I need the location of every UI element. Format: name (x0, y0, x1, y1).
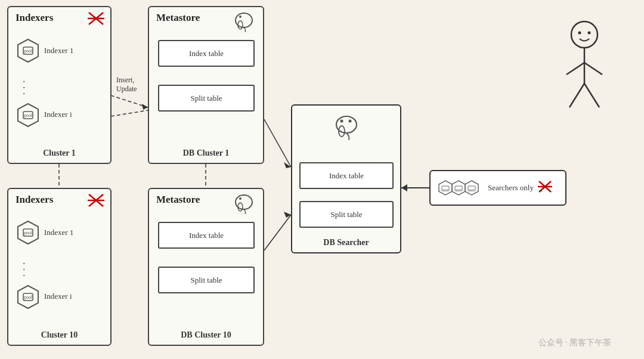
svg-point-44 (348, 120, 351, 123)
svg-line-27 (96, 194, 103, 200)
cluster1-dots3: · (23, 88, 26, 100)
db1-box: Metastore Index table Insert,Update Spli… (148, 6, 264, 164)
svg-line-2 (111, 95, 148, 107)
svg-text:pool: pool (24, 230, 33, 236)
cluster10-title: Indexers (16, 194, 53, 206)
cluster10-scatter-icon (86, 192, 106, 211)
cluster10-dots3: · (23, 270, 26, 282)
svg-line-55 (545, 181, 551, 187)
searchers-icons: pool pool pool (436, 180, 481, 196)
cluster1-indexers-box: Indexers pool Indexer 1 · · · (7, 6, 112, 164)
db10-label: DB Cluster 10 (149, 330, 263, 340)
cluster1-indexer1-icon: pool (16, 38, 41, 66)
stickman (558, 18, 611, 116)
db1-label: DB Cluster 1 (149, 148, 263, 158)
cluster10-indexer1-label: Indexer 1 (44, 228, 73, 237)
searchers-scatter-icon (537, 180, 553, 196)
cluster1-scatter-icon (86, 10, 106, 29)
db10-box: Metastore Index table Split table DB Clu… (148, 188, 264, 346)
svg-line-58 (539, 187, 545, 192)
svg-line-3 (111, 110, 148, 116)
svg-line-54 (539, 181, 545, 187)
svg-line-64 (566, 63, 584, 75)
svg-text:pool: pool (24, 295, 33, 300)
svg-text:pool: pool (469, 188, 475, 191)
svg-marker-6 (284, 162, 291, 168)
svg-point-61 (578, 32, 581, 35)
db10-split-table: Split table (158, 267, 255, 293)
svg-line-15 (89, 18, 96, 24)
cluster1-indexeri-icon: pool (16, 103, 41, 130)
cluster10-label: Cluster 10 (8, 330, 110, 340)
searchers-only-label: Searchers only (488, 183, 534, 193)
cluster10-indexer1-icon: pool (16, 220, 41, 247)
svg-marker-8 (284, 212, 291, 218)
svg-point-24 (238, 21, 243, 29)
svg-line-30 (89, 200, 96, 206)
svg-line-16 (96, 18, 103, 24)
db10-elephant-icon (232, 190, 256, 216)
diagram: Indexers pool Indexer 1 · · · (0, 0, 644, 359)
svg-line-59 (545, 187, 551, 192)
svg-point-62 (588, 32, 591, 35)
svg-line-65 (584, 63, 602, 75)
svg-text:pool: pool (24, 48, 33, 54)
cluster10-indexeri-label: Indexer i (44, 292, 72, 301)
svg-text:pool: pool (24, 113, 33, 118)
db-searcher-elephant-icon (332, 112, 361, 143)
svg-point-40 (239, 197, 242, 200)
db10-index-table: Index table (158, 222, 255, 249)
db1-insert-update-label: Insert,Update (116, 76, 137, 94)
svg-line-7 (264, 215, 291, 250)
db1-split-table: Split table (158, 85, 255, 112)
svg-marker-10 (401, 184, 407, 191)
db-searcher-box: Index table Split table DB Searcher (291, 104, 401, 253)
cluster10-indexers-box: Indexers pool Indexer 1 · · · (7, 188, 112, 346)
cluster10-indexeri-icon: pool (16, 284, 41, 312)
db-searcher-label: DB Searcher (292, 238, 400, 247)
svg-line-11 (89, 13, 96, 18)
svg-line-66 (569, 83, 584, 107)
svg-point-39 (238, 203, 243, 211)
watermark: 公众号 · 黑客下午茶 (538, 338, 612, 348)
svg-point-43 (340, 120, 343, 123)
watermark-text: 公众号 · 黑客下午茶 (538, 338, 612, 347)
db1-title: Metastore (156, 12, 200, 24)
cluster1-label: Cluster 1 (8, 148, 110, 158)
searchers-only-box: pool pool pool Searchers only (429, 170, 566, 206)
svg-text:pool: pool (456, 188, 462, 191)
svg-line-31 (96, 200, 103, 206)
svg-point-25 (239, 16, 242, 18)
svg-point-60 (571, 21, 597, 48)
svg-line-26 (89, 194, 96, 200)
searcher-index-table: Index table (299, 162, 394, 189)
cluster1-indexer1-label: Indexer 1 (44, 46, 73, 55)
db1-index-table: Index table (158, 40, 255, 67)
svg-point-41 (336, 116, 357, 133)
db10-title: Metastore (156, 194, 200, 206)
db1-elephant-icon (232, 8, 256, 35)
cluster1-indexeri-label: Indexer i (44, 110, 72, 119)
svg-text:pool: pool (443, 188, 449, 191)
svg-line-67 (584, 83, 599, 107)
svg-line-5 (264, 119, 291, 167)
svg-line-12 (96, 13, 103, 18)
cluster1-title: Indexers (16, 12, 53, 24)
svg-marker-4 (142, 104, 148, 110)
searcher-split-table: Split table (299, 201, 394, 228)
